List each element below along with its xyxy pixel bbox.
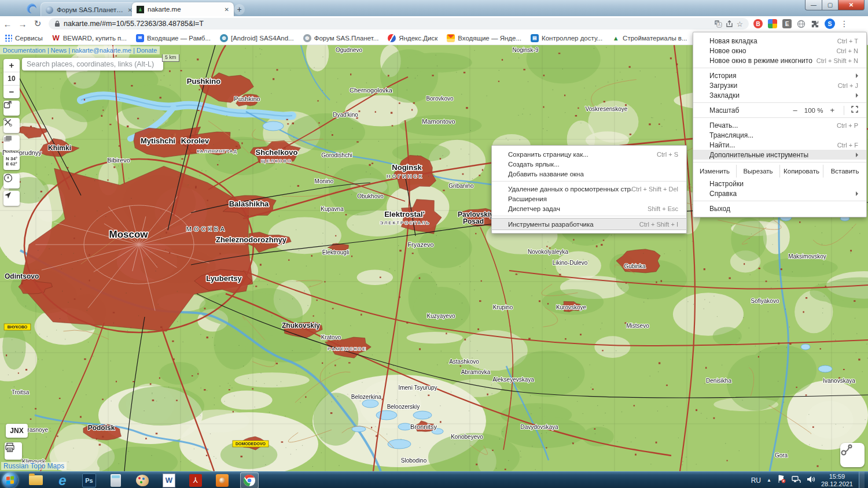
taskbar-sasplanet-icon[interactable]	[134, 473, 151, 488]
taskbar-calculator-icon[interactable]	[107, 473, 124, 488]
taskbar-explorer-icon[interactable]	[27, 473, 45, 488]
bookmark-item[interactable]: ◍Форум SAS.Планет...	[303, 34, 379, 42]
map-town-label: Monino	[315, 178, 334, 184]
translate-icon[interactable]: 文A	[714, 20, 722, 28]
menu-item[interactable]: Настройки	[693, 179, 866, 188]
menu-item[interactable]: ЗагрузкиCtrl + J	[693, 80, 866, 90]
zoom-in-button[interactable]: +	[3, 59, 20, 72]
menu-item-label: Настройки	[709, 180, 858, 188]
forward-button[interactable]: →	[15, 19, 30, 29]
globe-extension-icon[interactable]	[797, 20, 806, 28]
close-button[interactable]: ✕	[838, 0, 865, 10]
map-link[interactable]: Donate	[137, 47, 157, 54]
fullscreen-icon[interactable]	[851, 106, 858, 114]
menu-item[interactable]: Трансляция...	[693, 130, 866, 140]
taskbar-ie-icon[interactable]: e	[54, 473, 71, 488]
tab2-close-icon[interactable]: ✕	[225, 6, 229, 13]
menu-item[interactable]: Масштаб–100 %+	[693, 105, 866, 115]
menu-item[interactable]: Справка	[693, 188, 866, 198]
tab-forum-sasplaneta[interactable]: Форум SAS.Планета • Просмотр ✕	[41, 2, 138, 17]
tab-nakarte[interactable]: nakarte.me ✕	[132, 2, 234, 16]
menu-item[interactable]: Новое окноCtrl + N	[693, 46, 866, 56]
map-town-label: Kupavna	[321, 206, 344, 212]
share-view-button[interactable]	[3, 101, 20, 116]
menu-item[interactable]: Создать ярлык...	[492, 159, 686, 169]
menu-item[interactable]: Удаление данных о просмотренных страница…	[492, 184, 686, 194]
action-center-icon[interactable]	[777, 475, 786, 486]
bookmark-item[interactable]: ▲Стройматериалы в...	[612, 34, 687, 42]
extension-sas-icon[interactable]	[768, 19, 777, 28]
bookmark-item[interactable]: WBEWARD, купить п...	[52, 34, 127, 42]
taskbar-photoshop-icon[interactable]: Ps	[80, 473, 98, 488]
reload-button[interactable]: ↻	[30, 19, 45, 29]
jnx-export-button[interactable]: JNX	[6, 424, 28, 438]
show-desktop-button[interactable]	[859, 472, 865, 488]
maximize-button[interactable]: ▢	[822, 0, 838, 10]
menu-item[interactable]: Новая вкладкаCtrl + T	[693, 36, 866, 46]
divider	[844, 106, 844, 115]
extension-b-icon[interactable]: B	[753, 19, 763, 28]
link-separator: |	[47, 47, 49, 54]
menu-item[interactable]: Сохранить страницу как...Ctrl + S	[492, 149, 686, 159]
map-link[interactable]: Documentation	[3, 47, 46, 54]
measure-tool-button[interactable]	[3, 118, 20, 133]
locate-me-button[interactable]	[3, 191, 20, 206]
menu-item[interactable]: Новое окно в режиме инкогнитоCtrl + Shif…	[693, 56, 866, 65]
language-indicator[interactable]: RU	[751, 476, 761, 485]
extension-e-icon[interactable]: E	[782, 19, 792, 28]
menu-item[interactable]: Закладки	[693, 90, 866, 100]
map-link[interactable]: News	[51, 47, 67, 54]
bookmark-favicon	[447, 34, 455, 42]
print-map-button[interactable]	[5, 442, 22, 460]
menu-item[interactable]: Печать...Ctrl + P	[693, 120, 866, 130]
taskbar-clock[interactable]: 15:59 28.12.2021	[821, 473, 853, 488]
edit-action-button[interactable]: Вставить	[823, 165, 866, 178]
profile-avatar[interactable]: S	[825, 19, 835, 29]
minimize-button[interactable]: —	[805, 0, 822, 10]
panoramas-button[interactable]	[3, 135, 20, 150]
menu-item[interactable]: Дополнительные инструменты	[693, 150, 866, 160]
taskbar-photo-app-icon[interactable]	[214, 473, 231, 488]
search-input[interactable]	[22, 58, 163, 71]
menu-item[interactable]: Выход	[693, 204, 866, 213]
share-icon[interactable]	[726, 20, 733, 28]
menu-zoom-out-button[interactable]: –	[791, 106, 800, 114]
track-profile-button[interactable]	[840, 443, 865, 467]
edit-action-button[interactable]: Копировать	[779, 165, 823, 178]
map-town-label: Kratovo	[321, 334, 341, 341]
bookmark-item[interactable]: ▤Контроллер досту...	[531, 34, 602, 42]
address-bar[interactable]: nakarte.me/#m=10/55.72363/38.48785&l=T 文…	[49, 18, 749, 29]
menu-item[interactable]: Диспетчер задачShift + Esc	[492, 204, 686, 213]
azimuth-compass-button[interactable]	[3, 173, 20, 188]
bookmark-item[interactable]: ◍[Android] SAS4And...	[220, 34, 294, 42]
tray-expand-icon[interactable]: ▲	[767, 478, 771, 483]
puzzle-extensions-icon[interactable]	[811, 20, 819, 28]
bookmark-item[interactable]: ✉Входящие — Рамб...	[136, 34, 211, 42]
zoom-out-button[interactable]: −	[3, 86, 20, 98]
menu-item[interactable]: Найти...Ctrl + F	[693, 140, 866, 150]
bookmark-item[interactable]: Входящие — Янде...	[447, 34, 521, 42]
bookmark-item[interactable]: Яндекс.Диск	[388, 34, 437, 42]
volume-icon[interactable]	[807, 475, 815, 486]
menu-zoom-in-button[interactable]: +	[827, 106, 837, 114]
layer-name-label[interactable]: Russian Topo Maps	[1, 462, 67, 470]
bookmark-item[interactable]: Сервисы	[5, 34, 43, 42]
taskbar-pdf-icon[interactable]: ⅄	[187, 473, 204, 488]
map-town-label: Zhukovskiy	[282, 321, 320, 330]
menu-item[interactable]: Расширения	[492, 194, 686, 204]
menu-item[interactable]: Добавить название окна	[492, 169, 686, 179]
taskbar-chrome-icon[interactable]	[240, 472, 259, 488]
menu-item[interactable]: Инструменты разработчикаCtrl + Shift + I	[492, 219, 686, 230]
back-button[interactable]: ←	[0, 19, 15, 29]
start-button[interactable]	[2, 472, 18, 488]
bookmark-star-icon[interactable]: ☆	[737, 20, 743, 28]
network-icon[interactable]	[792, 475, 801, 486]
coordinates-button[interactable]: N 34° E 62°	[3, 153, 20, 170]
taskbar-word-icon[interactable]: W	[160, 473, 178, 488]
edit-action-button[interactable]: Вырезать	[736, 165, 779, 178]
new-tab-button[interactable]: +	[234, 4, 245, 15]
map-link[interactable]: nakarte@nakarte.me	[72, 47, 131, 54]
map-town-label: Mytishchi	[141, 136, 175, 145]
browser-menu-icon[interactable]: ⋮	[840, 19, 848, 28]
menu-item[interactable]: История	[693, 71, 866, 80]
